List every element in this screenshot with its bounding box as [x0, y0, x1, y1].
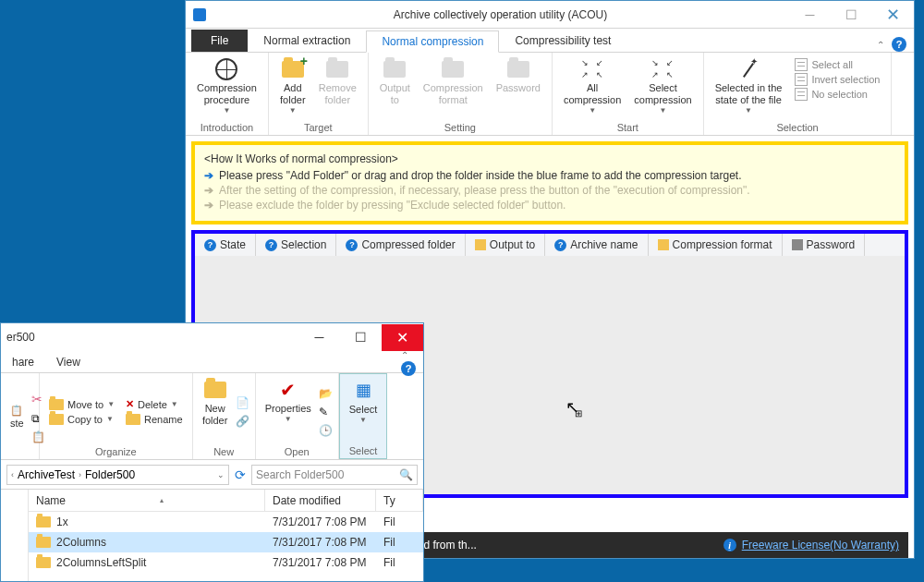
col-compression-format[interactable]: Compression format	[649, 234, 783, 256]
ribbon-collapse-icon[interactable]: ⌃	[401, 350, 408, 360]
explorer-titlebar: er500 ─ ☐ ✕	[1, 323, 423, 351]
search-input[interactable]: Search Folder500 🔍	[251, 465, 418, 485]
selected-in-file-button[interactable]: Selected in the state of the file ▼	[711, 56, 786, 117]
all-compression-button[interactable]: ↘↙↗↖ All compression ▼	[560, 56, 625, 117]
no-selection-button[interactable]: No selection	[795, 88, 880, 101]
list-row[interactable]: 2ColumnsLeftSplit 7/31/2017 7:08 PM Fil	[29, 552, 423, 573]
select-compression-button[interactable]: ↘↙↗↖ Select compression ▼	[630, 56, 695, 117]
col-output-to[interactable]: Output to	[466, 234, 545, 256]
delete-icon: ✕	[126, 398, 134, 410]
breadcrumb[interactable]: ‹ ArchiveTest › Folder500 ⌄	[6, 465, 229, 485]
new-folder-button[interactable]: New folder	[199, 377, 232, 446]
maximize-button[interactable]: ☐	[340, 324, 382, 351]
info-icon: ?	[265, 239, 277, 251]
minimize-button[interactable]: ─	[298, 324, 340, 351]
tab-normal-extraction[interactable]: Normal extraction	[248, 30, 366, 52]
globe-icon	[215, 58, 237, 80]
lock-icon	[792, 239, 803, 250]
chevron-down-icon[interactable]: ⌄	[217, 470, 225, 479]
arrows-in-icon: ↘↙↗↖	[581, 58, 603, 80]
tab-compressibility-test[interactable]: Compressibility test	[499, 30, 626, 52]
compression-procedure-button[interactable]: Compression procedure ▼	[193, 56, 261, 117]
maximize-button[interactable]: ☐	[831, 2, 872, 28]
ribbon-group-setting: Setting	[376, 120, 544, 133]
column-header-bar: ?State ?Selection ?Compressed folder Out…	[191, 230, 908, 256]
minimize-button[interactable]: ─	[789, 2, 831, 28]
folder-icon	[36, 557, 51, 568]
invert-selection-button[interactable]: Invert selection	[795, 73, 880, 86]
new-item-icon[interactable]: 📄	[236, 396, 249, 409]
tab-view[interactable]: View	[45, 356, 91, 369]
ribbon-group-introduction: Introduction	[193, 120, 261, 133]
tab-normal-compression[interactable]: Normal compression	[366, 30, 499, 53]
explorer-file-list: Name▴ Date modified Ty 1x 7/31/2017 7:08…	[1, 490, 423, 581]
list-row[interactable]: 1x 7/31/2017 7:08 PM Fil	[29, 512, 423, 532]
paste-button[interactable]: 📋 ste	[6, 403, 28, 430]
ribbon-group-organize: Organize	[45, 446, 187, 457]
col-state[interactable]: ?State	[195, 234, 256, 256]
help-icon[interactable]: ?	[892, 37, 906, 52]
license-link[interactable]: iFreeware License(No Warranty)	[723, 539, 899, 552]
copy-to-button[interactable]: Copy to▼	[45, 413, 118, 426]
col-date[interactable]: Date modified	[265, 490, 376, 511]
add-folder-button[interactable]: Add folder ▼	[276, 56, 310, 117]
acou-titlebar: Archive collectively operation utility (…	[186, 1, 914, 29]
arrow-icon: ➔	[204, 184, 213, 197]
chevron-down-icon: ▼	[589, 106, 596, 115]
acou-title-text: Archive collectively operation utility (…	[212, 8, 789, 21]
rename-icon	[126, 414, 140, 425]
ribbon-group-open: Open	[261, 446, 333, 457]
arrow-icon: ➔	[204, 169, 213, 182]
info-icon: ?	[204, 239, 216, 251]
folder-icon	[475, 239, 486, 250]
explorer-title-text: er500	[1, 331, 35, 344]
sort-asc-icon: ▴	[160, 496, 164, 504]
explorer-window: er500 ─ ☐ ✕ hare View ⌃ ? 📋 ste ✂ ⧉	[0, 322, 424, 582]
explorer-tree-pane[interactable]	[1, 490, 29, 581]
col-name[interactable]: Name▴	[29, 490, 265, 511]
rename-button[interactable]: Rename	[122, 413, 187, 426]
history-icon[interactable]: 🕒	[319, 424, 333, 437]
folder-icon	[49, 399, 64, 410]
folder-icon	[36, 516, 51, 527]
col-selection[interactable]: ?Selection	[256, 234, 336, 256]
info-icon: i	[723, 539, 736, 552]
close-button[interactable]: ✕	[382, 324, 423, 351]
remove-folder-button: Remove folder	[315, 56, 360, 108]
folder-icon	[49, 414, 64, 425]
arrow-icon: ➔	[204, 199, 213, 212]
folder-icon	[442, 61, 464, 78]
col-password[interactable]: Password	[783, 234, 866, 256]
lock-icon	[507, 61, 529, 78]
col-compressed-folder[interactable]: ?Compressed folder	[336, 234, 465, 256]
tab-file[interactable]: File	[191, 30, 248, 52]
col-type[interactable]: Ty	[376, 490, 423, 511]
instructions-panel: <How It Works of normal compression> ➔Pl…	[191, 141, 908, 224]
chevron-down-icon: ▼	[223, 106, 230, 115]
explorer-navbar: ‹ ArchiveTest › Folder500 ⌄ ⟳ Search Fol…	[1, 460, 423, 490]
move-to-button[interactable]: Move to▼	[45, 398, 118, 411]
open-icon[interactable]: 📂	[319, 387, 333, 400]
easy-access-icon[interactable]: 🔗	[236, 415, 249, 428]
check-icon: ✔	[280, 379, 296, 401]
explorer-tabbar: hare View ⌃ ?	[1, 351, 423, 373]
edit-icon[interactable]: ✎	[319, 406, 333, 418]
select-button[interactable]: ▦ Select ▼	[346, 378, 382, 445]
instructions-title: <How It Works of normal compression>	[204, 152, 895, 165]
arrows-in-icon: ↘↙↗↖	[651, 58, 674, 80]
chevron-down-icon: ▼	[745, 106, 752, 115]
delete-button[interactable]: ✕Delete▼	[122, 397, 187, 411]
chevron-down-icon: ▼	[660, 106, 667, 115]
select-all-button[interactable]: Select all	[795, 58, 880, 71]
properties-button[interactable]: ✔ Properties ▼	[261, 377, 315, 446]
col-archive-name[interactable]: ?Archive name	[545, 234, 648, 256]
list-icon	[795, 58, 808, 71]
ribbon-collapse-icon[interactable]: ⌃	[877, 40, 884, 50]
chevron-down-icon: ▼	[289, 106, 297, 115]
password-button: Password	[492, 56, 544, 96]
list-row[interactable]: 2Columns 7/31/2017 7:08 PM Fil	[29, 532, 423, 552]
refresh-button[interactable]: ⟳	[235, 467, 246, 482]
close-button[interactable]: ✕	[872, 2, 914, 28]
tab-share[interactable]: hare	[1, 356, 45, 369]
ribbon-group-target: Target	[276, 120, 360, 133]
